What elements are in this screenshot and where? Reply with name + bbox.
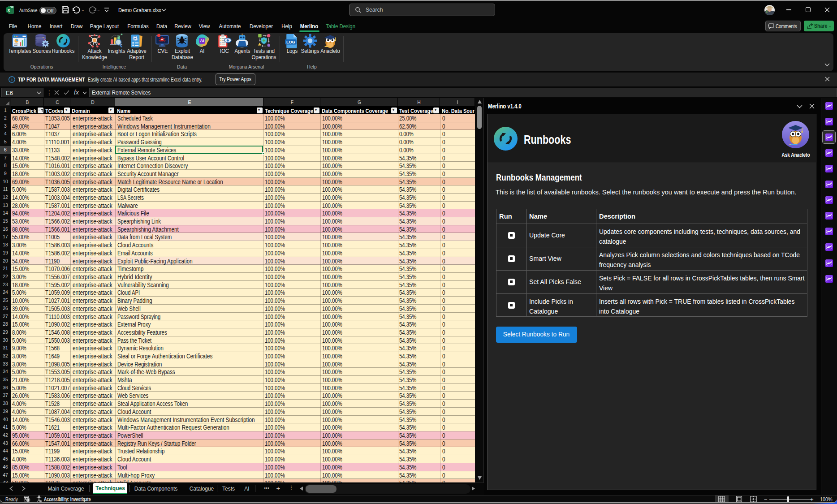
svg-text:LOG: LOG bbox=[286, 40, 295, 44]
svg-text:x: x bbox=[8, 8, 10, 13]
svg-text:AI: AI bbox=[200, 39, 204, 43]
